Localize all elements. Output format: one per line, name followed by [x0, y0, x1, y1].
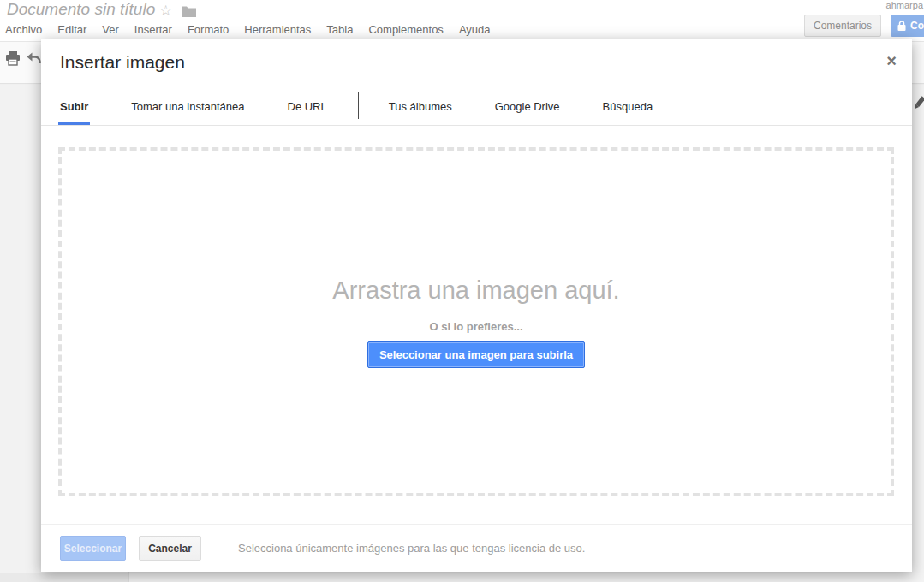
menu-tabla[interactable]: Tabla	[325, 23, 355, 36]
menu-formato[interactable]: Formato	[186, 23, 230, 36]
menu-complementos[interactable]: Complementos	[367, 23, 444, 36]
dialog-title: Insertar imagen	[60, 52, 185, 73]
select-button[interactable]: Seleccionar	[60, 536, 126, 561]
dropzone-headline: Arrastra una imagen aquí.	[332, 276, 619, 305]
menu-archivo[interactable]: Archivo	[3, 23, 44, 36]
print-icon[interactable]	[5, 51, 21, 69]
tab-busqueda[interactable]: Búsqueda	[601, 90, 655, 125]
menu-ver[interactable]: Ver	[100, 23, 121, 36]
dialog-tabs: Subir Tomar una instantánea De URL Tus á…	[58, 90, 694, 125]
share-button-label: Co	[910, 20, 924, 32]
tab-tomar-una-instantanea[interactable]: Tomar una instantánea	[129, 90, 246, 125]
tab-divider	[358, 92, 359, 119]
lock-icon	[897, 21, 906, 31]
dialog-footer: Seleccionar Cancelar Selecciona únicamen…	[41, 524, 912, 572]
comments-button-label: Comentarios	[814, 20, 872, 32]
menu-insertar[interactable]: Insertar	[133, 23, 174, 36]
cancel-button[interactable]: Cancelar	[139, 536, 201, 561]
image-dropzone[interactable]: Arrastra una imagen aquí. O si lo prefie…	[58, 147, 894, 496]
undo-icon[interactable]	[26, 52, 41, 68]
tab-subir[interactable]: Subir	[58, 90, 90, 125]
account-name: ahmarpa	[886, 0, 923, 10]
license-note: Selecciona únicamente imágenes para las …	[238, 542, 585, 555]
pencil-icon[interactable]	[913, 96, 924, 115]
document-title[interactable]: Documento sin título	[7, 0, 155, 19]
close-icon[interactable]: ×	[883, 51, 900, 71]
folder-icon[interactable]	[182, 5, 196, 21]
tab-tus-albumes[interactable]: Tus álbumes	[387, 90, 454, 125]
menu-bar: Archivo Editar Ver Insertar Formato Herr…	[3, 23, 492, 36]
comments-button[interactable]: Comentarios	[804, 15, 881, 37]
share-button[interactable]: Co	[891, 15, 924, 37]
app-topbar: Documento sin título ☆ ahmarpa Archivo E…	[0, 0, 924, 41]
choose-image-button[interactable]: Seleccionar una imagen para subirla	[367, 341, 585, 368]
dropzone-subtext: O si lo prefieres...	[429, 320, 522, 333]
menu-ayuda[interactable]: Ayuda	[457, 23, 492, 36]
tab-google-drive[interactable]: Google Drive	[493, 90, 562, 125]
star-icon[interactable]: ☆	[159, 2, 172, 20]
menu-herramientas[interactable]: Herramientas	[242, 23, 313, 36]
insert-image-dialog: Insertar imagen × Subir Tomar una instan…	[41, 39, 912, 572]
tabbar-divider-line	[41, 125, 912, 126]
menu-editar[interactable]: Editar	[56, 23, 88, 36]
tab-de-url[interactable]: De URL	[286, 90, 329, 125]
